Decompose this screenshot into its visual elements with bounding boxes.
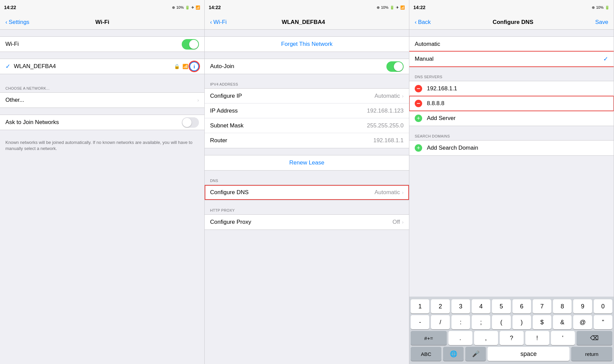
auto-join-toggle[interactable]	[386, 61, 404, 72]
subnet-mask-row: Subnet Mask 255.255.255.0	[205, 118, 409, 133]
key-dollar[interactable]: $	[533, 315, 551, 329]
key-5[interactable]: 5	[492, 299, 510, 313]
manual-option-row[interactable]: Manual ✓	[409, 52, 614, 66]
key-4[interactable]: 4	[472, 299, 490, 313]
key-3[interactable]: 3	[451, 299, 470, 313]
search-domains-group: + Add Search Domain	[409, 140, 614, 156]
remove-dns-2-button[interactable]: −	[415, 100, 422, 107]
info-button[interactable]: i	[189, 62, 199, 71]
dns-server-1-value[interactable]: 192.168.1.1	[427, 85, 457, 92]
back-to-network-detail[interactable]: ‹ Back	[415, 19, 431, 26]
key-6[interactable]: 6	[513, 299, 531, 313]
key-7[interactable]: 7	[533, 299, 551, 313]
router-value: 192.168.1.1	[373, 137, 404, 144]
key-8[interactable]: 8	[553, 299, 572, 313]
remove-dns-1-button[interactable]: −	[415, 85, 422, 92]
subnet-mask-value: 255.255.255.0	[367, 122, 404, 129]
key-comma[interactable]: ,	[474, 331, 498, 345]
back-chevron-icon-mid: ‹	[210, 19, 212, 26]
renew-lease-row[interactable]: Renew Lease	[205, 155, 409, 170]
key-microphone[interactable]: 🎤	[465, 347, 486, 361]
configure-proxy-value: Off	[392, 219, 400, 225]
ip-address-label: IP Address	[210, 108, 367, 114]
battery-icon-mid: 🔋	[390, 5, 394, 10]
key-question[interactable]: ?	[500, 331, 524, 345]
key-2[interactable]: 2	[431, 299, 449, 313]
key-0[interactable]: 0	[594, 299, 612, 313]
configure-proxy-group: Configure Proxy Off ›	[205, 214, 409, 230]
time-left: 14:22	[4, 5, 16, 10]
forget-network-row[interactable]: Forget This Network	[205, 37, 409, 52]
configure-ip-row[interactable]: Configure IP Automatic ›	[205, 89, 409, 103]
key-dash[interactable]: -	[411, 315, 429, 329]
location-icon-right: ⊕	[592, 5, 595, 10]
key-open-paren[interactable]: (	[492, 315, 510, 329]
key-close-paren[interactable]: )	[513, 315, 531, 329]
back-label-mid: Wi-Fi	[213, 19, 227, 26]
renew-lease-group: Renew Lease	[205, 155, 409, 171]
keyboard-row-bottom: ABC 🌐 🎤 space return	[411, 347, 612, 361]
key-space[interactable]: space	[488, 347, 569, 361]
add-server-row[interactable]: + Add Server	[409, 111, 614, 126]
save-button[interactable]: Save	[595, 19, 608, 26]
configure-dns-group: Configure DNS Automatic ›	[205, 185, 409, 200]
key-slash[interactable]: /	[431, 315, 449, 329]
key-quote[interactable]: "	[594, 315, 612, 329]
wifi-panel-title: Wi-Fi	[95, 19, 109, 26]
dns-server-1-row: − 192.168.1.1	[409, 81, 614, 96]
configure-dns-value: Automatic	[375, 189, 400, 196]
add-search-domain-row[interactable]: + Add Search Domain	[409, 141, 614, 155]
back-chevron-icon-right: ‹	[415, 19, 417, 26]
key-colon[interactable]: :	[451, 315, 470, 329]
add-search-domain-button[interactable]: +	[415, 144, 422, 152]
configure-dns-panel: 14:22 ⊕ 10% 🔋 ‹ Back Configure DNS Save …	[409, 0, 614, 364]
key-at[interactable]: @	[573, 315, 592, 329]
network-name: WLAN_DEFBA4	[14, 63, 174, 70]
back-to-settings[interactable]: ‹ Settings	[5, 19, 29, 26]
configure-dns-title: Configure DNS	[493, 19, 533, 26]
back-to-wifi[interactable]: ‹ Wi-Fi	[210, 19, 227, 26]
key-return[interactable]: return	[571, 347, 612, 361]
ip-address-row: IP Address 192.168.1.123	[205, 103, 409, 118]
status-icons-mid: ⊕ 10% 🔋 ✈ 📶	[377, 5, 405, 10]
dns-server-2-value[interactable]: 8.8.8.8	[427, 100, 444, 107]
connected-network-row[interactable]: ✓ WLAN_DEFBA4 🔒 📶 i	[0, 59, 204, 74]
wifi-status-icon-mid: 📶	[400, 5, 405, 10]
add-server-button[interactable]: +	[415, 115, 422, 122]
key-9[interactable]: 9	[573, 299, 592, 313]
ask-join-row[interactable]: Ask to Join Networks	[0, 115, 204, 130]
backspace-key[interactable]: ⌫	[577, 331, 613, 345]
key-ampersand[interactable]: &	[553, 315, 572, 329]
key-symbol-toggle[interactable]: #+=	[411, 331, 447, 345]
wifi-strength-icon: 📶	[182, 64, 188, 69]
key-semicolon[interactable]: ;	[472, 315, 490, 329]
configure-dns-row[interactable]: Configure DNS Automatic ›	[205, 185, 409, 200]
key-1[interactable]: 1	[411, 299, 429, 313]
key-abc[interactable]: ABC	[411, 347, 441, 361]
auto-join-row[interactable]: Auto-Join	[205, 59, 409, 74]
subnet-mask-label: Subnet Mask	[210, 122, 367, 129]
configure-ip-value: Automatic	[375, 93, 400, 99]
wifi-status-icon-left: 📶	[196, 5, 200, 10]
keyboard-row-symbols: - / : ; ( ) $ & @ "	[411, 315, 612, 329]
wifi-toggle-row[interactable]: Wi-Fi	[0, 37, 204, 52]
auto-join-thumb	[394, 62, 403, 71]
other-network-row[interactable]: Other... ›	[0, 93, 204, 108]
automatic-option-row[interactable]: Automatic	[409, 37, 614, 52]
key-apostrophe[interactable]: '	[551, 331, 575, 345]
automatic-option-label: Automatic	[415, 41, 608, 48]
configure-ip-label: Configure IP	[210, 93, 375, 99]
ask-join-toggle[interactable]	[182, 117, 199, 128]
key-exclaim[interactable]: !	[525, 331, 549, 345]
key-globe[interactable]: 🌐	[443, 347, 464, 361]
wifi-toggle[interactable]	[182, 39, 199, 50]
dns-servers-group: − 192.168.1.1 − 8.8.8.8 + Add Server	[409, 81, 614, 126]
keyboard: 1 2 3 4 5 6 7 8 9 0 - / : ; ( ) $ & @ " …	[409, 297, 614, 364]
ask-join-toggle-thumb	[182, 118, 192, 127]
wifi-panel-content: Wi-Fi ✓ WLAN_DEFBA4 🔒 📶 i CHOOSE A NETWO…	[0, 30, 204, 364]
back-chevron-icon: ‹	[5, 19, 7, 26]
keyboard-row-numbers: 1 2 3 4 5 6 7 8 9 0	[411, 299, 612, 313]
renew-lease-label: Renew Lease	[210, 159, 404, 166]
key-period[interactable]: .	[448, 331, 472, 345]
configure-proxy-row[interactable]: Configure Proxy Off ›	[205, 215, 409, 230]
